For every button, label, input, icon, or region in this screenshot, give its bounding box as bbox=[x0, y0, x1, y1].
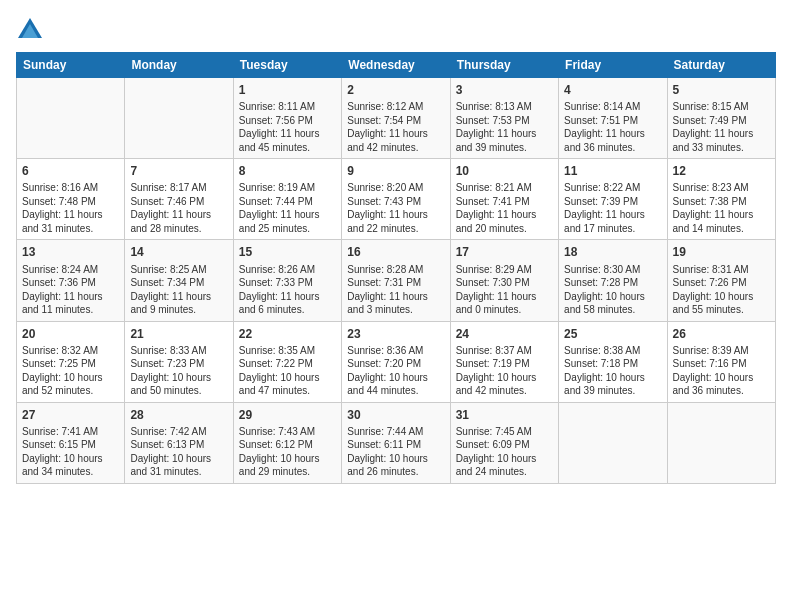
day-info: Sunrise: 7:41 AMSunset: 6:15 PMDaylight:… bbox=[22, 425, 119, 479]
day-info: Sunrise: 8:26 AMSunset: 7:33 PMDaylight:… bbox=[239, 263, 336, 317]
calendar-cell bbox=[17, 78, 125, 159]
day-number: 17 bbox=[456, 244, 553, 260]
day-number: 6 bbox=[22, 163, 119, 179]
day-number: 14 bbox=[130, 244, 227, 260]
day-info: Sunrise: 8:11 AMSunset: 7:56 PMDaylight:… bbox=[239, 100, 336, 154]
weekday-header: Monday bbox=[125, 53, 233, 78]
calendar-cell: 26Sunrise: 8:39 AMSunset: 7:16 PMDayligh… bbox=[667, 321, 775, 402]
day-info: Sunrise: 8:12 AMSunset: 7:54 PMDaylight:… bbox=[347, 100, 444, 154]
day-number: 12 bbox=[673, 163, 770, 179]
day-info: Sunrise: 8:29 AMSunset: 7:30 PMDaylight:… bbox=[456, 263, 553, 317]
calendar-cell: 30Sunrise: 7:44 AMSunset: 6:11 PMDayligh… bbox=[342, 402, 450, 483]
day-info: Sunrise: 8:24 AMSunset: 7:36 PMDaylight:… bbox=[22, 263, 119, 317]
day-info: Sunrise: 8:17 AMSunset: 7:46 PMDaylight:… bbox=[130, 181, 227, 235]
day-number: 1 bbox=[239, 82, 336, 98]
weekday-header: Sunday bbox=[17, 53, 125, 78]
calendar-week-row: 20Sunrise: 8:32 AMSunset: 7:25 PMDayligh… bbox=[17, 321, 776, 402]
day-number: 27 bbox=[22, 407, 119, 423]
day-number: 19 bbox=[673, 244, 770, 260]
day-number: 4 bbox=[564, 82, 661, 98]
calendar-cell: 9Sunrise: 8:20 AMSunset: 7:43 PMDaylight… bbox=[342, 159, 450, 240]
day-info: Sunrise: 7:43 AMSunset: 6:12 PMDaylight:… bbox=[239, 425, 336, 479]
calendar-cell: 15Sunrise: 8:26 AMSunset: 7:33 PMDayligh… bbox=[233, 240, 341, 321]
day-number: 15 bbox=[239, 244, 336, 260]
day-info: Sunrise: 8:16 AMSunset: 7:48 PMDaylight:… bbox=[22, 181, 119, 235]
calendar-table: SundayMondayTuesdayWednesdayThursdayFrid… bbox=[16, 52, 776, 484]
day-number: 16 bbox=[347, 244, 444, 260]
day-info: Sunrise: 8:35 AMSunset: 7:22 PMDaylight:… bbox=[239, 344, 336, 398]
day-info: Sunrise: 7:45 AMSunset: 6:09 PMDaylight:… bbox=[456, 425, 553, 479]
calendar-cell: 17Sunrise: 8:29 AMSunset: 7:30 PMDayligh… bbox=[450, 240, 558, 321]
weekday-header: Friday bbox=[559, 53, 667, 78]
day-info: Sunrise: 8:20 AMSunset: 7:43 PMDaylight:… bbox=[347, 181, 444, 235]
calendar-cell: 4Sunrise: 8:14 AMSunset: 7:51 PMDaylight… bbox=[559, 78, 667, 159]
day-number: 26 bbox=[673, 326, 770, 342]
calendar-cell bbox=[125, 78, 233, 159]
day-number: 9 bbox=[347, 163, 444, 179]
calendar-cell: 12Sunrise: 8:23 AMSunset: 7:38 PMDayligh… bbox=[667, 159, 775, 240]
calendar-cell bbox=[559, 402, 667, 483]
logo bbox=[16, 16, 48, 44]
day-info: Sunrise: 7:44 AMSunset: 6:11 PMDaylight:… bbox=[347, 425, 444, 479]
day-info: Sunrise: 8:13 AMSunset: 7:53 PMDaylight:… bbox=[456, 100, 553, 154]
day-info: Sunrise: 8:21 AMSunset: 7:41 PMDaylight:… bbox=[456, 181, 553, 235]
calendar-cell: 5Sunrise: 8:15 AMSunset: 7:49 PMDaylight… bbox=[667, 78, 775, 159]
day-info: Sunrise: 8:25 AMSunset: 7:34 PMDaylight:… bbox=[130, 263, 227, 317]
calendar-cell: 21Sunrise: 8:33 AMSunset: 7:23 PMDayligh… bbox=[125, 321, 233, 402]
day-number: 24 bbox=[456, 326, 553, 342]
day-number: 21 bbox=[130, 326, 227, 342]
day-number: 22 bbox=[239, 326, 336, 342]
calendar-cell: 8Sunrise: 8:19 AMSunset: 7:44 PMDaylight… bbox=[233, 159, 341, 240]
day-info: Sunrise: 8:33 AMSunset: 7:23 PMDaylight:… bbox=[130, 344, 227, 398]
day-number: 25 bbox=[564, 326, 661, 342]
day-info: Sunrise: 8:23 AMSunset: 7:38 PMDaylight:… bbox=[673, 181, 770, 235]
calendar-cell: 22Sunrise: 8:35 AMSunset: 7:22 PMDayligh… bbox=[233, 321, 341, 402]
weekday-header: Wednesday bbox=[342, 53, 450, 78]
day-info: Sunrise: 8:28 AMSunset: 7:31 PMDaylight:… bbox=[347, 263, 444, 317]
day-number: 3 bbox=[456, 82, 553, 98]
day-info: Sunrise: 8:19 AMSunset: 7:44 PMDaylight:… bbox=[239, 181, 336, 235]
day-number: 10 bbox=[456, 163, 553, 179]
day-info: Sunrise: 8:36 AMSunset: 7:20 PMDaylight:… bbox=[347, 344, 444, 398]
calendar-cell: 25Sunrise: 8:38 AMSunset: 7:18 PMDayligh… bbox=[559, 321, 667, 402]
day-info: Sunrise: 8:22 AMSunset: 7:39 PMDaylight:… bbox=[564, 181, 661, 235]
calendar-cell: 20Sunrise: 8:32 AMSunset: 7:25 PMDayligh… bbox=[17, 321, 125, 402]
day-number: 11 bbox=[564, 163, 661, 179]
day-number: 5 bbox=[673, 82, 770, 98]
day-number: 8 bbox=[239, 163, 336, 179]
calendar-cell: 18Sunrise: 8:30 AMSunset: 7:28 PMDayligh… bbox=[559, 240, 667, 321]
calendar-cell: 31Sunrise: 7:45 AMSunset: 6:09 PMDayligh… bbox=[450, 402, 558, 483]
day-info: Sunrise: 8:30 AMSunset: 7:28 PMDaylight:… bbox=[564, 263, 661, 317]
calendar-cell: 16Sunrise: 8:28 AMSunset: 7:31 PMDayligh… bbox=[342, 240, 450, 321]
day-number: 7 bbox=[130, 163, 227, 179]
day-number: 30 bbox=[347, 407, 444, 423]
calendar-cell: 13Sunrise: 8:24 AMSunset: 7:36 PMDayligh… bbox=[17, 240, 125, 321]
calendar-cell: 23Sunrise: 8:36 AMSunset: 7:20 PMDayligh… bbox=[342, 321, 450, 402]
calendar-cell: 24Sunrise: 8:37 AMSunset: 7:19 PMDayligh… bbox=[450, 321, 558, 402]
calendar-cell: 6Sunrise: 8:16 AMSunset: 7:48 PMDaylight… bbox=[17, 159, 125, 240]
weekday-header: Saturday bbox=[667, 53, 775, 78]
logo-icon bbox=[16, 16, 44, 44]
calendar-cell: 2Sunrise: 8:12 AMSunset: 7:54 PMDaylight… bbox=[342, 78, 450, 159]
calendar-cell: 19Sunrise: 8:31 AMSunset: 7:26 PMDayligh… bbox=[667, 240, 775, 321]
calendar-cell: 29Sunrise: 7:43 AMSunset: 6:12 PMDayligh… bbox=[233, 402, 341, 483]
day-number: 31 bbox=[456, 407, 553, 423]
day-info: Sunrise: 8:15 AMSunset: 7:49 PMDaylight:… bbox=[673, 100, 770, 154]
day-number: 18 bbox=[564, 244, 661, 260]
day-info: Sunrise: 8:37 AMSunset: 7:19 PMDaylight:… bbox=[456, 344, 553, 398]
day-number: 23 bbox=[347, 326, 444, 342]
calendar-cell bbox=[667, 402, 775, 483]
calendar-cell: 27Sunrise: 7:41 AMSunset: 6:15 PMDayligh… bbox=[17, 402, 125, 483]
day-info: Sunrise: 8:32 AMSunset: 7:25 PMDaylight:… bbox=[22, 344, 119, 398]
page-header bbox=[16, 16, 776, 44]
day-number: 29 bbox=[239, 407, 336, 423]
calendar-cell: 28Sunrise: 7:42 AMSunset: 6:13 PMDayligh… bbox=[125, 402, 233, 483]
day-info: Sunrise: 8:31 AMSunset: 7:26 PMDaylight:… bbox=[673, 263, 770, 317]
weekday-header-row: SundayMondayTuesdayWednesdayThursdayFrid… bbox=[17, 53, 776, 78]
day-number: 13 bbox=[22, 244, 119, 260]
calendar-week-row: 13Sunrise: 8:24 AMSunset: 7:36 PMDayligh… bbox=[17, 240, 776, 321]
weekday-header: Tuesday bbox=[233, 53, 341, 78]
calendar-cell: 3Sunrise: 8:13 AMSunset: 7:53 PMDaylight… bbox=[450, 78, 558, 159]
day-info: Sunrise: 8:14 AMSunset: 7:51 PMDaylight:… bbox=[564, 100, 661, 154]
calendar-cell: 1Sunrise: 8:11 AMSunset: 7:56 PMDaylight… bbox=[233, 78, 341, 159]
